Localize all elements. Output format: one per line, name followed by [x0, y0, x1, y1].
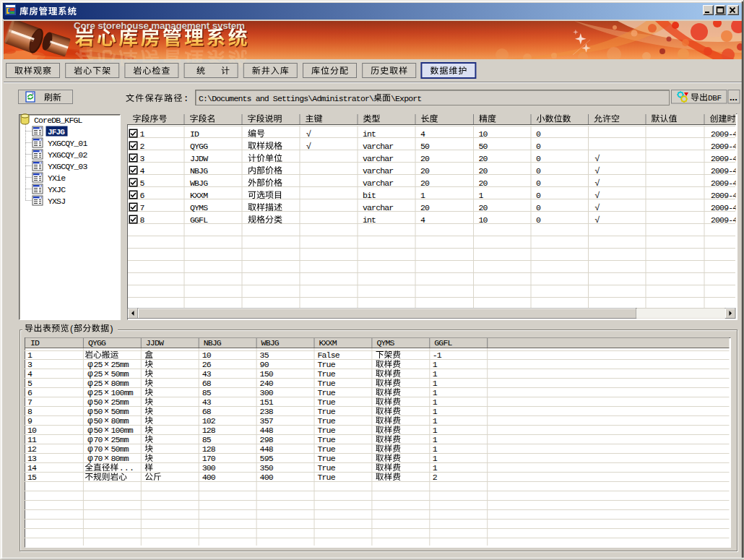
- svg-text:1: 1: [433, 360, 438, 369]
- svg-text:102: 102: [202, 416, 216, 426]
- svg-text:True: True: [318, 444, 336, 454]
- svg-text:10: 10: [27, 426, 37, 435]
- svg-text:0: 0: [536, 129, 541, 139]
- svg-text:50: 50: [93, 426, 103, 435]
- svg-text:NBJG: NBJG: [190, 166, 208, 176]
- svg-text:True: True: [318, 426, 336, 435]
- svg-text:JFJG: JFJG: [48, 128, 65, 137]
- svg-text:448: 448: [260, 444, 274, 454]
- svg-text:φ: φ: [87, 369, 93, 379]
- svg-text:100mm: 100mm: [111, 388, 134, 397]
- svg-text:φ: φ: [87, 444, 93, 454]
- svg-text:√: √: [306, 141, 311, 151]
- svg-text:50: 50: [93, 416, 103, 426]
- svg-text:0: 0: [536, 215, 541, 225]
- svg-text:70: 70: [93, 444, 103, 454]
- svg-text:5: 5: [27, 379, 33, 388]
- svg-text:4: 4: [27, 369, 33, 379]
- svg-text:JJDW: JJDW: [146, 338, 164, 348]
- svg-text:6: 6: [27, 388, 33, 397]
- svg-text:25: 25: [93, 379, 103, 388]
- svg-text:357: 357: [260, 416, 273, 426]
- svg-text:150: 150: [260, 369, 274, 379]
- svg-text:×: ×: [104, 415, 109, 426]
- svg-text:10: 10: [479, 129, 488, 139]
- svg-text:25: 25: [93, 360, 103, 369]
- svg-text:√: √: [595, 190, 600, 200]
- svg-text:√: √: [595, 215, 600, 225]
- svg-text:70: 70: [93, 435, 103, 444]
- svg-text:2009-4-: 2009-4-: [711, 154, 741, 163]
- svg-text:50: 50: [420, 142, 430, 151]
- svg-text:GGFL: GGFL: [190, 215, 208, 225]
- svg-text:8: 8: [140, 215, 145, 225]
- svg-text:50mm: 50mm: [111, 444, 129, 454]
- svg-text:×: ×: [104, 434, 109, 444]
- svg-text:NBJG: NBJG: [204, 338, 222, 348]
- svg-text:): ): [111, 324, 113, 334]
- svg-text:25mm: 25mm: [111, 435, 129, 444]
- svg-text:φ: φ: [87, 378, 93, 388]
- svg-text:12: 12: [27, 444, 37, 454]
- svg-text:20: 20: [420, 203, 430, 212]
- svg-text:4: 4: [420, 129, 425, 139]
- svg-text:20: 20: [479, 178, 488, 188]
- svg-text:25mm: 25mm: [111, 397, 129, 407]
- svg-text:1: 1: [433, 426, 438, 435]
- svg-text:50mm: 50mm: [111, 369, 129, 379]
- svg-text:\Export: \Export: [391, 94, 421, 103]
- svg-text:1: 1: [433, 407, 438, 416]
- svg-text:0: 0: [536, 142, 541, 151]
- svg-text:7: 7: [140, 203, 144, 212]
- svg-text:(: (: [70, 324, 73, 334]
- svg-text:35: 35: [260, 350, 269, 360]
- svg-text:1: 1: [140, 129, 145, 139]
- svg-text:YXGCQY_02: YXGCQY_02: [48, 150, 87, 160]
- svg-text:×: ×: [104, 397, 109, 407]
- svg-text:φ: φ: [87, 425, 93, 435]
- svg-text:2: 2: [140, 142, 145, 151]
- svg-text:√: √: [595, 153, 600, 163]
- svg-text:0: 0: [536, 203, 541, 212]
- svg-text:×: ×: [104, 444, 109, 454]
- svg-text:8: 8: [27, 407, 33, 416]
- svg-text:20: 20: [479, 203, 488, 212]
- svg-text:φ: φ: [87, 359, 93, 369]
- svg-text:20: 20: [420, 154, 430, 163]
- svg-text:YXGCQY_03: YXGCQY_03: [48, 162, 87, 171]
- svg-text:...: ...: [730, 92, 737, 103]
- svg-text:400: 400: [202, 473, 216, 482]
- svg-text:70: 70: [93, 454, 103, 463]
- svg-text:True: True: [318, 388, 336, 397]
- svg-text:φ: φ: [87, 387, 93, 397]
- svg-text:CoreDB_KFGL: CoreDB_KFGL: [34, 116, 83, 125]
- svg-text:DBF: DBF: [708, 94, 722, 103]
- svg-text:QYGG: QYGG: [88, 338, 106, 348]
- svg-text:QYMS: QYMS: [376, 338, 394, 348]
- svg-text:90: 90: [260, 360, 269, 369]
- svg-text:True: True: [318, 435, 336, 444]
- svg-text:10: 10: [202, 350, 212, 360]
- svg-text:φ: φ: [87, 415, 93, 426]
- svg-text:68: 68: [202, 379, 212, 388]
- svg-text:43: 43: [202, 369, 212, 379]
- svg-text:×: ×: [104, 425, 109, 435]
- svg-text:GGFL: GGFL: [434, 338, 452, 348]
- svg-text:43: 43: [202, 397, 212, 407]
- svg-text:KXXM: KXXM: [319, 338, 337, 348]
- svg-text:9: 9: [27, 416, 33, 426]
- svg-text:128: 128: [202, 444, 216, 454]
- svg-text:φ: φ: [87, 453, 93, 463]
- svg-text:100mm: 100mm: [111, 426, 134, 435]
- svg-text:170: 170: [202, 454, 216, 463]
- svg-text:True: True: [318, 407, 336, 416]
- svg-text:YXie: YXie: [48, 173, 66, 183]
- svg-text:WBJG: WBJG: [190, 178, 208, 188]
- svg-text:80mm: 80mm: [111, 379, 129, 388]
- svg-text:φ: φ: [87, 406, 93, 416]
- svg-text:151: 151: [260, 397, 274, 407]
- svg-text:QYMS: QYMS: [190, 203, 208, 212]
- svg-text:1: 1: [433, 379, 438, 388]
- svg-text:238: 238: [260, 407, 274, 416]
- svg-text:85: 85: [202, 388, 212, 397]
